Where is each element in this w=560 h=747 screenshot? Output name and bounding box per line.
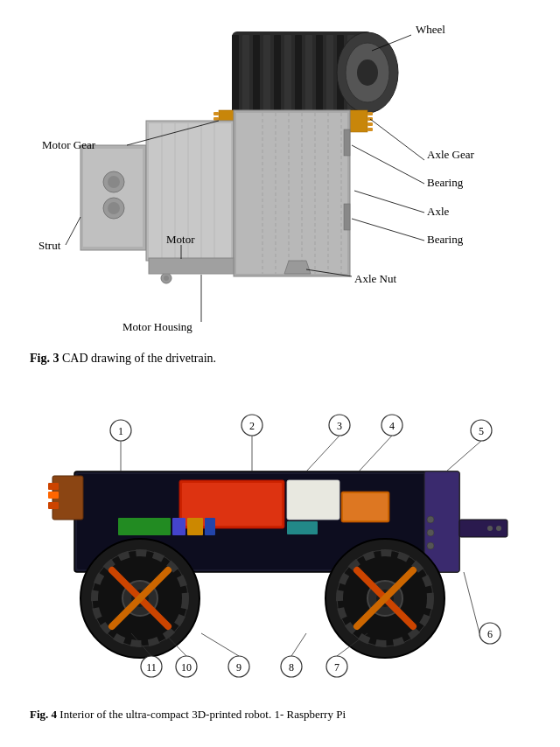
svg-point-75	[427, 542, 434, 549]
label-motor-gear: Motor Gear	[42, 138, 96, 151]
svg-rect-54	[149, 258, 234, 274]
svg-rect-51	[344, 129, 350, 156]
svg-rect-10	[316, 35, 323, 111]
callout-7: 7	[334, 661, 340, 674]
fig3-label: Fig. 3	[30, 352, 59, 365]
callout-11: 11	[146, 661, 157, 674]
label-strut: Strut	[38, 239, 61, 252]
callout-10: 10	[181, 661, 192, 674]
callout-5: 5	[479, 425, 484, 437]
svg-rect-66	[172, 518, 186, 535]
svg-rect-22	[350, 110, 368, 132]
label-axle-nut: Axle Nut	[354, 272, 396, 285]
label-motor-housing: Motor Housing	[122, 320, 192, 333]
svg-rect-9	[305, 35, 312, 111]
svg-rect-8	[295, 35, 302, 111]
svg-point-74	[427, 529, 434, 536]
svg-rect-19	[214, 117, 219, 121]
svg-rect-69	[287, 480, 340, 520]
svg-rect-26	[368, 128, 373, 131]
label-wheel: Wheel	[416, 23, 445, 36]
svg-point-30	[108, 176, 120, 188]
svg-rect-2	[232, 35, 239, 111]
svg-rect-72	[287, 521, 318, 534]
svg-point-73	[427, 516, 434, 523]
svg-rect-7	[284, 35, 291, 111]
svg-rect-71	[343, 493, 388, 520]
svg-rect-25	[368, 122, 373, 126]
label-axle-gear: Axle Gear	[427, 148, 474, 161]
svg-rect-18	[214, 112, 219, 115]
fig4-caption-text: Interior of the ultra-compact 3D-printed…	[57, 708, 346, 721]
fig3-caption-text: CAD drawing of the drivetrain.	[59, 352, 216, 365]
callout-9: 9	[236, 661, 242, 674]
svg-marker-53	[284, 261, 311, 274]
svg-rect-4	[253, 35, 260, 111]
callout-1: 1	[118, 425, 123, 437]
label-bearing-bottom: Bearing	[427, 233, 464, 246]
svg-rect-60	[48, 483, 59, 490]
svg-point-78	[496, 526, 501, 531]
figure-4-caption: Fig. 4 Interior of the ultra-compact 3D-…	[26, 707, 534, 723]
svg-point-41	[164, 276, 169, 281]
svg-rect-11	[326, 35, 333, 111]
figure-4-container: 1 2 3 4 5 6	[26, 388, 534, 747]
figure-3-container: Wheel Motor Gear Axle Gear Bearing Axle …	[26, 16, 534, 383]
svg-rect-43	[236, 113, 347, 274]
page: Wheel Motor Gear Axle Gear Bearing Axle …	[0, 0, 560, 747]
label-motor: Motor	[166, 233, 195, 246]
callout-8: 8	[289, 661, 294, 674]
svg-rect-65	[118, 518, 171, 535]
callout-4: 4	[389, 420, 395, 432]
callout-3: 3	[337, 420, 342, 432]
svg-rect-5	[263, 35, 270, 111]
callout-6: 6	[487, 628, 493, 640]
fig4-label: Fig. 4	[30, 708, 57, 721]
svg-rect-52	[344, 204, 350, 230]
callout-2: 2	[249, 420, 255, 432]
svg-rect-62	[48, 502, 59, 509]
svg-rect-23	[368, 112, 373, 115]
svg-rect-68	[205, 518, 215, 535]
svg-point-32	[108, 202, 120, 214]
label-axle: Axle	[427, 205, 450, 218]
figure-4-drawing: 1 2 3 4 5 6	[26, 388, 534, 703]
svg-point-77	[487, 526, 493, 531]
svg-rect-3	[242, 35, 249, 111]
figure-3-drawing: Wheel Motor Gear Axle Gear Bearing Axle …	[26, 16, 534, 348]
label-bearing-top: Bearing	[427, 176, 464, 189]
svg-rect-61	[48, 492, 59, 499]
figure-3-caption: Fig. 3 CAD drawing of the drivetrain.	[26, 352, 534, 366]
svg-rect-67	[187, 518, 203, 535]
svg-rect-6	[274, 35, 281, 111]
svg-point-16	[357, 59, 378, 86]
